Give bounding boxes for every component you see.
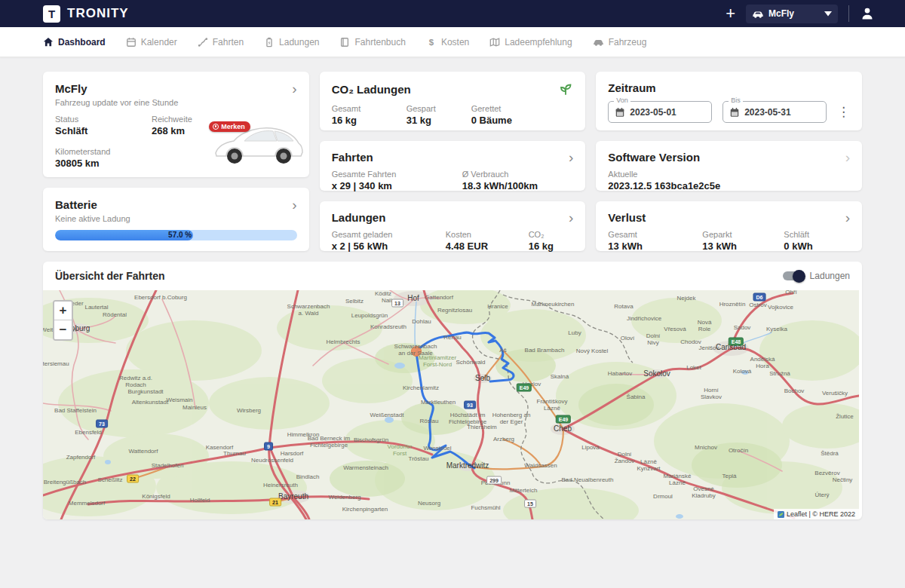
nav-item-kosten[interactable]: $Kosten (426, 37, 469, 47)
trips-stat: Gesamte Fahrten x 29 | 340 km (332, 170, 462, 191)
loss-stat: Geparkt 13 kWh (702, 230, 784, 252)
nav-item-fahrten[interactable]: Fahrten (198, 37, 244, 47)
nav-item-label: Kalender (141, 37, 177, 47)
nav-item-label: Fahrtenbuch (354, 37, 405, 47)
nav-item-ladungen[interactable]: Ladungen (264, 37, 319, 47)
nav-item-label: Ladeempfehlung (505, 37, 572, 47)
map-card-title: Übersicht der Fahrten (55, 270, 164, 282)
chevron-right-icon[interactable]: › (845, 210, 850, 225)
tronity-logo: T TRONITY (43, 5, 129, 23)
svg-text:$: $ (429, 37, 434, 46)
home-icon (43, 37, 54, 47)
charges-stat: Kosten 4.48 EUR (446, 230, 529, 252)
calendar-icon (729, 107, 740, 118)
seedling-icon (558, 81, 573, 96)
calendar-icon (126, 37, 137, 47)
trips-map-card: Übersicht der Fahrten Ladungen (43, 262, 862, 519)
chevron-right-icon[interactable]: › (292, 81, 296, 96)
charges-card: Ladungen › Gesamt geladen x 2 | 56 kWh K… (320, 201, 586, 251)
trips-card: Fahrten › Gesamte Fahrten x 29 | 340 km … (320, 141, 586, 191)
co2-card-title: CO₂ Ladungen (332, 83, 411, 96)
book-icon (339, 37, 350, 47)
add-vehicle-button[interactable]: + (726, 5, 735, 22)
date-from-label: Von (614, 96, 630, 104)
main-nav: DashboardKalenderFahrtenLadungenFahrtenb… (0, 27, 905, 57)
vehicle-status: Status Schläft (55, 115, 152, 136)
nav-item-label: Dashboard (58, 37, 106, 47)
car-icon (593, 36, 604, 47)
co2-stat: Gespart 31 kg (406, 104, 471, 126)
loss-stat: Gesamt 13 kWh (608, 230, 702, 252)
calendar-icon (615, 107, 625, 118)
charges-stat: CO₂ 16 kg (529, 230, 574, 252)
date-from-value: 2023-05-01 (630, 107, 676, 118)
trip-start-marker[interactable] (412, 347, 422, 357)
chevron-right-icon[interactable]: › (569, 150, 573, 164)
chevron-down-icon (824, 11, 832, 17)
top-bar: T TRONITY + McFly (0, 0, 905, 27)
chevron-right-icon[interactable]: › (845, 150, 850, 164)
route-icon (198, 37, 208, 47)
date-to-value: 2023-05-31 (744, 107, 790, 118)
zoom-in-button[interactable]: + (54, 302, 72, 320)
car-icon (752, 8, 764, 20)
battery-card: Batterie › Keine aktive Ladung 57.0 % (43, 188, 309, 251)
software-card: Software Version › Aktuelle 2023.12.5 16… (596, 141, 862, 191)
toggle-knob (793, 270, 805, 283)
co2-stat: Gerettet 0 Bäume (471, 104, 574, 126)
nav-item-fahrzeug[interactable]: Fahrzeug (593, 36, 647, 47)
map-attribution: Leaflet | © HERE 2022 (774, 509, 859, 519)
zoom-out-button[interactable]: − (54, 320, 72, 339)
pin-icon (213, 124, 219, 130)
vehicle-selector[interactable]: McFly (746, 5, 838, 23)
software-card-title: Software Version (608, 151, 700, 164)
nav-item-label: Ladungen (279, 37, 319, 47)
loss-stat: Schläft 0 kWh (784, 230, 850, 252)
dollar-icon: $ (426, 37, 437, 47)
nav-item-kalender[interactable]: Kalender (126, 37, 177, 47)
battery-card-title: Batterie (55, 198, 97, 211)
nav-item-label: Fahrzeug (609, 37, 647, 47)
loss-card: Verlust › Gesamt 13 kWh Geparkt 13 kWh S… (596, 201, 862, 251)
logo-t-icon: T (43, 5, 60, 23)
kebab-menu-icon[interactable]: ⋮ (837, 106, 850, 118)
vehicle-card: McFly › Fahrzeug update vor eine Stunde … (43, 72, 309, 177)
period-card-title: Zeitraum (608, 81, 655, 94)
vehicle-update-status: Fahrzeug update vor eine Stunde (55, 98, 297, 107)
charge-icon (264, 37, 275, 47)
ladungen-toggle[interactable] (783, 271, 804, 280)
battery-charge-status: Keine aktive Ladung (55, 214, 297, 223)
nav-item-fahrtenbuch[interactable]: Fahrtenbuch (339, 37, 405, 47)
charges-stat: Gesamt geladen x 2 | 56 kWh (332, 230, 446, 252)
software-stat: Aktuelle 2023.12.5 163bca1e2c5e (608, 170, 850, 191)
topbar-divider (848, 5, 849, 22)
leaflet-flag-icon (778, 511, 784, 518)
map-artwork (43, 290, 859, 519)
user-account-icon[interactable] (860, 6, 875, 21)
chevron-right-icon[interactable]: › (292, 198, 296, 212)
trips-card-title: Fahrten (332, 151, 373, 164)
charges-card-title: Ladungen (332, 211, 386, 224)
vehicle-card-title: McFly (55, 82, 87, 95)
chevron-right-icon[interactable]: › (569, 210, 573, 225)
vehicle-selector-value: McFly (768, 8, 794, 19)
nav-item-label: Fahrten (213, 37, 244, 47)
date-from-input[interactable]: Von 2023-05-01 (608, 101, 712, 123)
logo-text: TRONITY (67, 6, 129, 21)
battery-progress-bar: 57.0 % (55, 230, 297, 240)
date-to-input[interactable]: Bis 2023-05-31 (722, 101, 827, 123)
nav-item-dashboard[interactable]: Dashboard (43, 37, 106, 47)
trips-stat: Ø Verbrauch 18.3 kWh/100km (462, 170, 574, 191)
map-zoom-control: + − (53, 300, 73, 341)
merken-badge[interactable]: Merken (209, 121, 250, 132)
map-icon (489, 37, 500, 47)
leaflet-map[interactable]: MeederLautertalRödentalWeitramsdorfCobur… (43, 290, 859, 519)
date-to-label: Bis (729, 96, 743, 104)
co2-stat: Gesamt 16 kg (332, 104, 406, 126)
battery-percentage: 57.0 % (168, 230, 192, 240)
toggle-label: Ladungen (810, 271, 850, 281)
nav-item-label: Kosten (441, 37, 469, 47)
period-card: Zeitraum Von 2023-05-01 Bis 2023-05-31 ⋮ (596, 72, 862, 130)
nav-item-ladeempfehlung[interactable]: Ladeempfehlung (489, 37, 572, 47)
co2-card: CO₂ Ladungen Gesamt 16 kg Gespart 31 kg … (320, 72, 586, 130)
